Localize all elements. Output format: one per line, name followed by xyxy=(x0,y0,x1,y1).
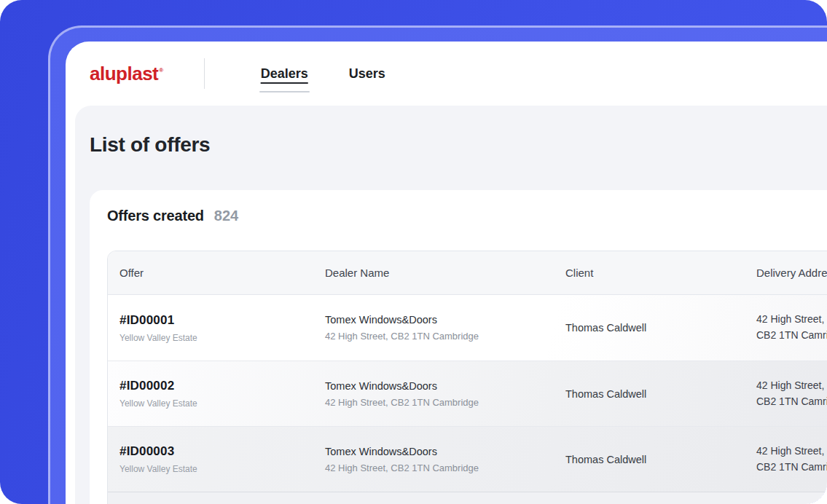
offers-card: Offers created 824 Offer Dealer Name Cli… xyxy=(90,190,827,504)
dealer-address: 42 High Street, CB2 1TN Cambridge xyxy=(325,462,565,473)
delivery-cell: 42 High Street, CB2 1TN Camridge xyxy=(756,361,827,426)
brand-logo-text: aluplast xyxy=(90,63,158,84)
table-row-partial[interactable] xyxy=(108,492,827,504)
header-divider xyxy=(204,58,205,89)
dealer-cell: Tomex Windows&Doors 42 High Street, CB2 … xyxy=(325,361,565,426)
offers-count: 824 xyxy=(214,208,238,224)
offer-cell: #ID00001 Yellow Valley Estate xyxy=(108,295,325,361)
table-row[interactable]: #ID00003 Yellow Valley Estate Tomex Wind… xyxy=(108,426,827,492)
offers-table: Offer Dealer Name Client Delivery Addres… xyxy=(107,251,827,504)
tab-users[interactable]: Users xyxy=(349,66,385,82)
page-title: List of offers xyxy=(90,135,827,155)
window-frame: aluplast® Dealers Users List of offers O… xyxy=(48,25,827,504)
client-name: Thomas Caldwell xyxy=(565,388,756,400)
delivery-address-line1: 42 High Street, xyxy=(756,444,827,460)
column-header-delivery-address: Delivery Address xyxy=(756,267,827,279)
content-panel: List of offers Offers created 824 Offer … xyxy=(75,106,827,504)
dealer-address: 42 High Street, CB2 1TN Cambridge xyxy=(325,397,565,408)
offer-id: #ID00001 xyxy=(119,313,325,328)
offer-id: #ID00002 xyxy=(119,379,325,393)
dealer-name: Tomex Windows&Doors xyxy=(325,446,565,457)
delivery-address-line2: CB2 1TN Camridge xyxy=(756,460,827,476)
offers-created-label: Offers created xyxy=(107,208,204,224)
dealer-name: Tomex Windows&Doors xyxy=(325,314,565,326)
client-name: Thomas Caldwell xyxy=(565,322,756,334)
app-window: aluplast® Dealers Users List of offers O… xyxy=(66,42,827,504)
column-header-client: Client xyxy=(565,267,756,279)
table-row[interactable]: #ID00002 Yellow Valley Estate Tomex Wind… xyxy=(108,361,827,426)
client-cell: Thomas Caldwell xyxy=(565,361,756,426)
dealer-cell: Tomex Windows&Doors 42 High Street, CB2 … xyxy=(325,427,565,492)
offer-estate: Yellow Valley Estate xyxy=(119,464,325,474)
offer-estate: Yellow Valley Estate xyxy=(119,333,325,343)
delivery-address-line1: 42 High Street, xyxy=(756,312,827,328)
offer-estate: Yellow Valley Estate xyxy=(119,398,325,409)
delivery-cell: 42 High Street, CB2 1TN Camridge xyxy=(756,295,827,361)
brand-logo[interactable]: aluplast® xyxy=(90,63,163,85)
tab-dealers[interactable]: Dealers xyxy=(261,66,308,82)
main-nav: Dealers Users xyxy=(261,66,385,82)
dealer-address: 42 High Street, CB2 1TN Cambridge xyxy=(325,331,565,342)
offer-cell: #ID00003 Yellow Valley Estate xyxy=(108,427,325,492)
client-name: Thomas Caldwell xyxy=(565,454,756,465)
offers-card-header: Offers created 824 xyxy=(107,208,827,224)
trademark-symbol: ® xyxy=(159,67,162,74)
delivery-cell: 42 High Street, CB2 1TN Camridge xyxy=(756,427,827,492)
column-header-dealer-name: Dealer Name xyxy=(325,267,565,279)
column-header-offer: Offer xyxy=(108,267,325,279)
app-background: aluplast® Dealers Users List of offers O… xyxy=(0,0,827,504)
client-cell: Thomas Caldwell xyxy=(565,295,756,361)
client-cell: Thomas Caldwell xyxy=(565,427,756,492)
delivery-address-line1: 42 High Street, xyxy=(756,378,827,394)
table-header-row: Offer Dealer Name Client Delivery Addres… xyxy=(108,251,827,295)
dealer-cell: Tomex Windows&Doors 42 High Street, CB2 … xyxy=(325,295,565,361)
offer-id: #ID00003 xyxy=(119,444,325,459)
offer-cell: #ID00002 Yellow Valley Estate xyxy=(108,361,325,426)
table-row[interactable]: #ID00001 Yellow Valley Estate Tomex Wind… xyxy=(108,295,827,361)
header: aluplast® Dealers Users xyxy=(66,42,827,106)
delivery-address-line2: CB2 1TN Camridge xyxy=(756,328,827,344)
dealer-name: Tomex Windows&Doors xyxy=(325,380,565,392)
delivery-address-line2: CB2 1TN Camridge xyxy=(756,394,827,410)
